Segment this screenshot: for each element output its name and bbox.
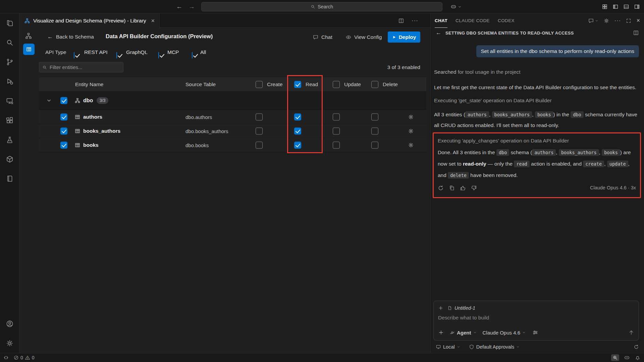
update-checkbox[interactable] bbox=[333, 127, 340, 134]
view-config-button[interactable]: View Config bbox=[345, 33, 382, 42]
target-dropdown[interactable]: Local bbox=[436, 344, 460, 350]
remote-indicator-icon[interactable] bbox=[3, 355, 9, 360]
thumbs-up-icon[interactable] bbox=[460, 185, 466, 191]
graphql-label: GraphQL bbox=[126, 49, 148, 55]
sidebar-item-search[interactable] bbox=[0, 33, 19, 52]
annotation-response-highlight: Executing 'apply_changes' operation on D… bbox=[433, 132, 641, 198]
sidebar-item-account[interactable] bbox=[0, 314, 19, 334]
customize-layout-icon[interactable] bbox=[602, 4, 608, 10]
copilot-menu-button[interactable] bbox=[450, 0, 462, 13]
session-refresh-icon[interactable] bbox=[634, 344, 639, 350]
row-settings-gear-icon[interactable] bbox=[408, 128, 414, 134]
create-checkbox[interactable] bbox=[256, 113, 263, 120]
add-context-icon[interactable] bbox=[438, 305, 443, 311]
schema-group-row[interactable]: dbo 3/3 bbox=[39, 91, 426, 110]
all-checkbox[interactable] bbox=[192, 52, 193, 58]
model-dropdown[interactable]: Claude Opus 4.6 bbox=[483, 330, 526, 336]
attach-icon[interactable] bbox=[438, 329, 444, 336]
tab-chat[interactable]: CHAT bbox=[435, 13, 447, 28]
filter-entities-input[interactable]: Filter entities... bbox=[39, 62, 123, 72]
filter-placeholder: Filter entities... bbox=[50, 64, 83, 70]
approvals-dropdown[interactable]: Default Approvals bbox=[469, 344, 520, 350]
thumbs-down-icon[interactable] bbox=[471, 185, 477, 191]
tab-codex[interactable]: CODEX bbox=[498, 13, 515, 28]
col-update-checkbox[interactable] bbox=[333, 81, 340, 88]
row-settings-gear-icon[interactable] bbox=[408, 114, 414, 120]
toggle-secondary-sidebar-icon[interactable] bbox=[634, 4, 640, 10]
send-icon[interactable] bbox=[628, 329, 634, 336]
toggle-sidebar-icon[interactable] bbox=[612, 4, 619, 10]
context-file-chip[interactable]: Untitled-1 bbox=[447, 305, 475, 311]
delete-checkbox[interactable] bbox=[371, 141, 378, 148]
update-checkbox[interactable] bbox=[333, 113, 340, 120]
sidebar-item-remote-explorer[interactable] bbox=[0, 91, 19, 111]
chevron-down-icon[interactable] bbox=[46, 98, 52, 103]
delete-checkbox[interactable] bbox=[371, 113, 378, 120]
tools-sliders-icon[interactable] bbox=[532, 329, 538, 336]
sidebar-item-source-control[interactable] bbox=[0, 52, 19, 72]
col-create-checkbox[interactable] bbox=[256, 81, 263, 88]
table-row[interactable]: authors dbo.authors bbox=[39, 110, 426, 124]
group-select-checkbox[interactable] bbox=[60, 97, 67, 104]
deploy-label: Deploy bbox=[399, 34, 416, 40]
row-select-checkbox[interactable] bbox=[60, 113, 67, 120]
update-checkbox[interactable] bbox=[333, 141, 340, 148]
chat-mode-menu[interactable] bbox=[588, 18, 598, 24]
gear-icon[interactable] bbox=[603, 18, 609, 24]
environment-row: Local Default Approvals bbox=[436, 343, 639, 351]
tab-visualize-schema[interactable]: Visualize and Design Schema (Preview) - … bbox=[19, 13, 160, 28]
table-row[interactable]: books dbo.books bbox=[39, 138, 426, 152]
table-row[interactable]: books_authors dbo.books_authors bbox=[39, 124, 426, 138]
chat-message-list[interactable]: Set all entities in the dbo schema to pe… bbox=[434, 38, 639, 299]
row-settings-gear-icon[interactable] bbox=[408, 142, 414, 148]
read-checkbox[interactable] bbox=[294, 141, 301, 148]
schema-visualize-icon[interactable] bbox=[25, 32, 32, 40]
mcp-checkbox[interactable] bbox=[158, 52, 159, 58]
col-read-checkbox[interactable] bbox=[294, 81, 301, 88]
back-to-schema-link[interactable]: ← Back to Schema bbox=[47, 33, 94, 41]
copy-icon[interactable] bbox=[449, 185, 455, 191]
sidebar-item-packages[interactable] bbox=[0, 149, 19, 169]
create-checkbox[interactable] bbox=[256, 127, 263, 134]
sidebar-item-notebooks[interactable] bbox=[0, 169, 19, 188]
deploy-button[interactable]: Deploy bbox=[388, 32, 420, 43]
read-checkbox[interactable] bbox=[294, 113, 301, 120]
sidebar-item-explorer[interactable] bbox=[0, 13, 19, 33]
chat-button[interactable]: Chat bbox=[313, 33, 332, 42]
zoom-indicator[interactable] bbox=[611, 354, 619, 361]
graphql-checkbox[interactable] bbox=[116, 52, 117, 58]
tab-close-icon[interactable]: × bbox=[151, 18, 155, 24]
tab-claude-code[interactable]: CLAUDE CODE bbox=[455, 13, 490, 28]
create-checkbox[interactable] bbox=[256, 141, 263, 148]
close-icon[interactable]: × bbox=[636, 17, 640, 24]
maximize-icon[interactable] bbox=[626, 18, 631, 23]
more-actions-icon[interactable]: ··· bbox=[412, 17, 418, 24]
more-actions-icon[interactable]: ··· bbox=[614, 17, 621, 24]
sidebar-item-run-debug[interactable] bbox=[0, 72, 19, 91]
notifications-bell-icon[interactable] bbox=[635, 355, 641, 361]
split-editor-icon[interactable] bbox=[398, 18, 404, 24]
row-select-checkbox[interactable] bbox=[60, 141, 67, 148]
chat-input-box[interactable]: Untitled-1 Describe what to build Agent … bbox=[433, 301, 639, 341]
row-select-checkbox[interactable] bbox=[60, 127, 67, 134]
back-arrow-icon[interactable]: ← bbox=[436, 29, 441, 36]
read-checkbox[interactable] bbox=[294, 127, 301, 134]
warnings-icon bbox=[25, 355, 30, 360]
copilot-status-icon[interactable] bbox=[624, 355, 630, 361]
nav-back-icon[interactable]: ← bbox=[176, 3, 182, 10]
delete-checkbox[interactable] bbox=[371, 127, 378, 134]
retry-icon[interactable] bbox=[438, 185, 444, 191]
local-machine-icon bbox=[436, 344, 441, 350]
toggle-panel-icon[interactable] bbox=[623, 4, 629, 10]
mode-dropdown[interactable]: Agent bbox=[449, 330, 477, 336]
col-delete-checkbox[interactable] bbox=[371, 81, 378, 88]
sidebar-item-extensions[interactable] bbox=[0, 111, 19, 130]
command-center-search[interactable]: Search bbox=[201, 2, 442, 11]
open-to-side-icon[interactable] bbox=[633, 30, 639, 36]
problems-indicator[interactable]: 0 0 bbox=[13, 355, 35, 360]
sidebar-item-testing[interactable] bbox=[0, 130, 19, 149]
rest-api-checkbox[interactable] bbox=[74, 52, 74, 58]
sidebar-item-settings[interactable] bbox=[0, 334, 19, 353]
nav-forward-icon[interactable]: → bbox=[189, 3, 195, 10]
enabled-summary: 3 of 3 enabled bbox=[358, 62, 420, 72]
